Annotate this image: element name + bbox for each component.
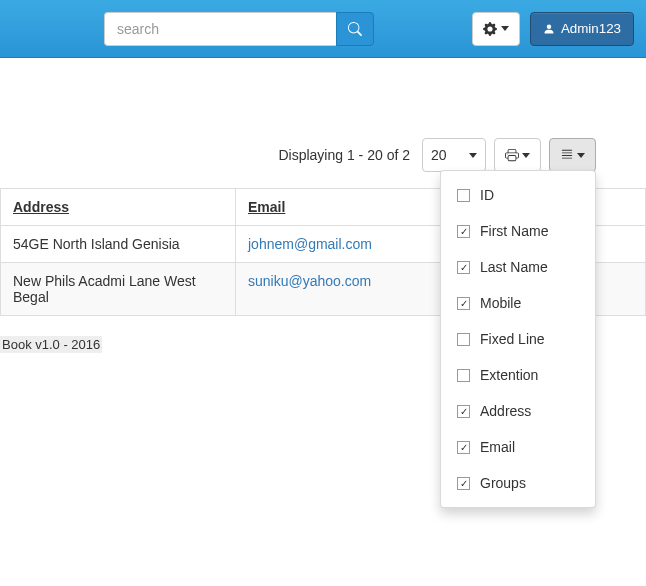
checkbox-icon: ✓	[457, 225, 470, 238]
print-icon	[505, 148, 519, 162]
checkbox-icon: ✓	[457, 405, 470, 418]
column-toggle-item[interactable]: Fixed Line	[441, 321, 595, 357]
navbar-right: Admin123	[472, 12, 634, 46]
column-toggle-label: Mobile	[480, 295, 521, 311]
email-link[interactable]: suniku@yahoo.com	[248, 273, 371, 289]
checkbox-icon: ✓	[457, 261, 470, 274]
checkbox-icon: ✓	[457, 477, 470, 490]
column-toggle-item[interactable]: ID	[441, 177, 595, 213]
search-button[interactable]	[336, 12, 374, 46]
top-navbar: Admin123	[0, 0, 646, 58]
footer-version: Book v1.0 - 2016	[0, 336, 102, 353]
page-size-select[interactable]: 20	[422, 138, 486, 172]
checkbox-icon: ✓	[457, 441, 470, 454]
checkbox-icon	[457, 189, 470, 202]
column-toggle-label: Fixed Line	[480, 331, 545, 347]
column-toggle-label: Email	[480, 439, 515, 455]
page-size-value: 20	[431, 147, 447, 163]
user-dropdown[interactable]: Admin123	[530, 12, 634, 46]
column-toggle-item[interactable]: ✓Last Name	[441, 249, 595, 285]
caret-down-icon	[469, 153, 477, 158]
checkbox-icon: ✓	[457, 297, 470, 310]
search-icon	[348, 22, 362, 36]
caret-down-icon	[501, 26, 509, 31]
caret-down-icon	[522, 153, 530, 158]
column-toggle-item[interactable]: ✓First Name	[441, 213, 595, 249]
column-toggle-item[interactable]: ✓Groups	[441, 465, 595, 501]
column-toggle-label: Last Name	[480, 259, 548, 275]
user-label: Admin123	[561, 21, 621, 36]
column-toggle-item[interactable]: Extention	[441, 357, 595, 393]
gear-icon	[483, 22, 497, 36]
columns-dropdown[interactable]	[549, 138, 596, 172]
column-toggle-item[interactable]: ✓Email	[441, 429, 595, 465]
column-toggle-label: Extention	[480, 367, 538, 383]
search-group	[104, 12, 374, 46]
search-input[interactable]	[104, 12, 336, 46]
user-icon	[543, 23, 555, 35]
print-dropdown[interactable]	[494, 138, 541, 172]
settings-dropdown[interactable]	[472, 12, 520, 46]
column-toggle-label: Address	[480, 403, 531, 419]
cell-address: New Phils Acadmi Lane West Begal	[1, 263, 236, 316]
display-count-text: Displaying 1 - 20 of 2	[278, 147, 410, 163]
column-toggle-label: ID	[480, 187, 494, 203]
list-icon	[560, 148, 574, 162]
column-header-address[interactable]: Address	[1, 189, 236, 226]
email-link[interactable]: johnem@gmail.com	[248, 236, 372, 252]
column-visibility-menu: ID✓First Name✓Last Name✓MobileFixed Line…	[440, 170, 596, 508]
cell-address: 54GE North Island Genisia	[1, 226, 236, 263]
column-toggle-label: First Name	[480, 223, 548, 239]
checkbox-icon	[457, 369, 470, 382]
checkbox-icon	[457, 333, 470, 346]
column-toggle-label: Groups	[480, 475, 526, 491]
column-toggle-item[interactable]: ✓Address	[441, 393, 595, 429]
column-toggle-item[interactable]: ✓Mobile	[441, 285, 595, 321]
caret-down-icon	[577, 153, 585, 158]
